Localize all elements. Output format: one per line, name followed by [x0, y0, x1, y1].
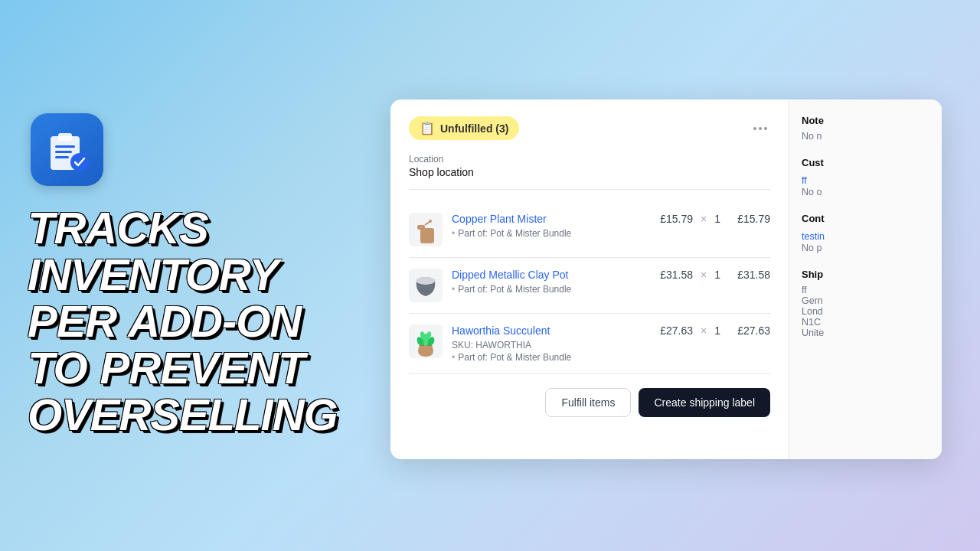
shipping-line-2: Gern: [802, 295, 929, 306]
product-pricing-2: £31.58 × 1 £31.58: [642, 269, 770, 281]
badge-emoji: 📋: [420, 121, 435, 135]
product-pricing-1: £15.79 × 1 £15.79: [642, 213, 770, 225]
product-details-1: Copper Plant Mister Part of: Pot & Miste…: [452, 213, 633, 239]
location-section: Location Shop location: [409, 154, 770, 190]
shipping-section: Ship ff Gern Lond N1C Unite: [802, 269, 929, 338]
headline-line2: INVENTORY: [28, 252, 372, 298]
product-thumb-2: [409, 269, 443, 302]
shipping-line-1: ff: [802, 285, 929, 295]
customer-link[interactable]: ff: [802, 175, 807, 186]
svg-point-9: [429, 220, 432, 223]
product-item-3: Haworthia Succulent SKU: HAWORTHIA Part …: [409, 314, 770, 374]
notes-value: No n: [802, 131, 929, 142]
dot1: [753, 127, 756, 130]
product-thumb-3: [409, 324, 443, 358]
customer-title: Cust: [802, 157, 929, 168]
product-name-3[interactable]: Haworthia Succulent: [452, 324, 633, 337]
badge-label: Unfulfilled (3): [440, 122, 508, 135]
price-total-1: £15.79: [728, 213, 770, 225]
order-card: 📋 Unfulfilled (3) Location Shop location: [390, 99, 942, 459]
product-details-2: Dipped Metallic Clay Pot Part of: Pot & …: [452, 269, 633, 295]
action-row: Fulfill items Create shipping label: [409, 374, 770, 417]
svg-point-11: [416, 277, 435, 285]
fulfill-items-button[interactable]: Fulfill items: [545, 388, 631, 417]
product-list: Copper Plant Mister Part of: Pot & Miste…: [409, 202, 770, 374]
customer-section: Cust ff No o: [802, 157, 929, 197]
contact-title: Cont: [802, 213, 929, 224]
product-pricing-3: £27.63 × 1 £27.63: [642, 324, 770, 337]
svg-rect-2: [55, 145, 75, 148]
product-bundle-1: Part of: Pot & Mister Bundle: [452, 228, 633, 239]
svg-rect-6: [420, 228, 434, 243]
shipping-line-3: Lond: [802, 306, 929, 317]
product-details-3: Haworthia Succulent SKU: HAWORTHIA Part …: [452, 324, 633, 363]
unfulfilled-badge: 📋 Unfulfilled (3): [409, 116, 519, 140]
customer-sub: No o: [802, 187, 929, 197]
price-total-2: £31.58: [728, 269, 770, 281]
price-total-3: £27.63: [728, 324, 770, 337]
product-bundle-3: Part of: Pot & Mister Bundle: [452, 352, 633, 363]
svg-rect-3: [55, 151, 72, 153]
headline-line1: TRACKS: [28, 205, 372, 252]
notes-section: Note No n: [802, 115, 929, 142]
price-sep-2: ×: [701, 269, 707, 281]
headline-line4: TO PREVENT: [28, 345, 372, 392]
svg-rect-7: [417, 225, 425, 230]
contact-link[interactable]: testin: [802, 231, 825, 242]
card-header: 📋 Unfulfilled (3): [409, 116, 770, 140]
dot3: [764, 127, 767, 130]
product-thumb-1: [409, 213, 443, 246]
create-shipping-label-button[interactable]: Create shipping label: [639, 388, 770, 417]
more-options-button[interactable]: [750, 124, 770, 133]
headline-line5: OVERSELLING: [28, 392, 372, 439]
svg-line-8: [425, 222, 430, 225]
card-sidebar: Note No n Cust ff No o Cont testin No p …: [789, 99, 942, 459]
product-name-1[interactable]: Copper Plant Mister: [452, 213, 633, 225]
contact-sub: No p: [802, 243, 929, 253]
price-qty-1: 1: [714, 213, 720, 225]
price-unit-1: £15.79: [655, 213, 693, 225]
svg-rect-4: [55, 156, 69, 158]
shipping-title: Ship: [802, 269, 929, 280]
price-sep-1: ×: [701, 213, 707, 225]
price-qty-2: 1: [714, 269, 720, 281]
app-icon: [31, 113, 103, 186]
location-label: Location: [409, 154, 770, 165]
shipping-line-4: N1C: [802, 317, 929, 328]
location-value: Shop location: [409, 166, 770, 178]
product-name-2[interactable]: Dipped Metallic Clay Pot: [452, 269, 633, 281]
price-unit-2: £31.58: [655, 269, 693, 281]
headline: TRACKS INVENTORY PER ADD-ON TO PREVENT O…: [28, 205, 372, 438]
price-qty-3: 1: [714, 324, 720, 337]
shipping-line-5: Unite: [802, 328, 929, 338]
price-sep-3: ×: [701, 324, 707, 337]
contact-section: Cont testin No p: [802, 213, 929, 253]
dot2: [759, 127, 762, 130]
card-main-content: 📋 Unfulfilled (3) Location Shop location: [390, 99, 789, 459]
product-bundle-2: Part of: Pot & Mister Bundle: [452, 284, 633, 295]
product-sku-3: SKU: HAWORTHIA: [452, 340, 633, 350]
notes-title: Note: [802, 115, 929, 126]
price-unit-3: £27.63: [655, 324, 693, 337]
product-item-1: Copper Plant Mister Part of: Pot & Miste…: [409, 202, 770, 258]
svg-rect-1: [58, 133, 72, 141]
headline-line3: PER ADD-ON: [28, 298, 372, 345]
product-item-2: Dipped Metallic Clay Pot Part of: Pot & …: [409, 258, 770, 314]
